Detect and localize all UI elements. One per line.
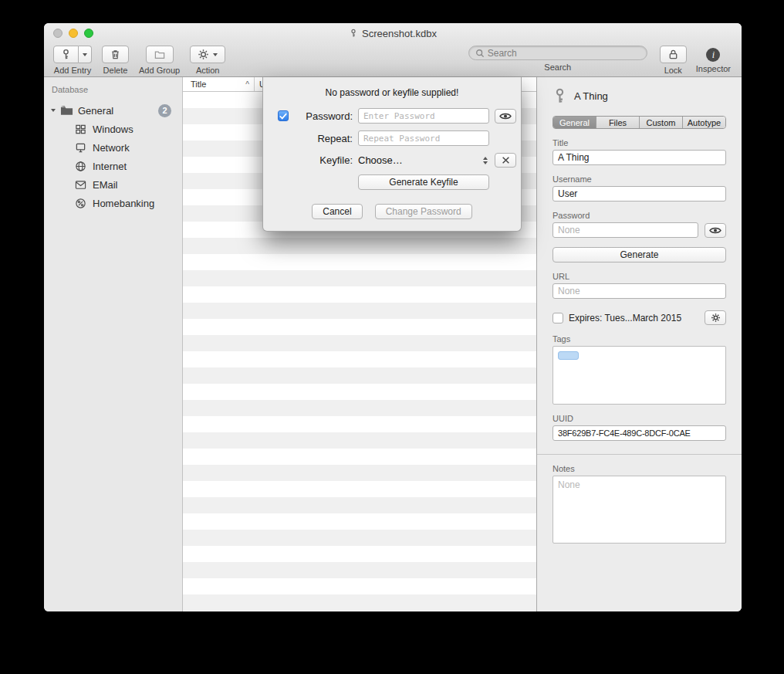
change-password-button[interactable]: Change Password xyxy=(375,204,472,219)
inspector-caption: Inspector xyxy=(696,64,731,73)
folder-add-icon xyxy=(154,49,166,60)
inspector-toggle-button[interactable]: i xyxy=(706,48,720,62)
toolbar-item-delete: Delete xyxy=(102,46,129,75)
tab-custom[interactable]: Custom xyxy=(639,117,682,128)
sidebar-item-label: Network xyxy=(93,142,130,154)
sort-ascending-icon: ^ xyxy=(245,80,249,89)
notes-label: Notes xyxy=(553,464,726,473)
sheet-message: No password or keyfile supplied! xyxy=(263,87,521,98)
inspector-header: A Thing xyxy=(553,88,726,104)
expires-label: Expires: Tues...March 2015 xyxy=(569,313,699,323)
sidebar-item-windows[interactable]: Windows xyxy=(44,120,182,138)
password-checkbox[interactable] xyxy=(278,110,289,121)
delete-button[interactable] xyxy=(102,46,129,63)
password-field[interactable] xyxy=(553,222,698,238)
tags-label: Tags xyxy=(553,334,726,344)
toolbar: Add Entry Delete xyxy=(44,43,742,77)
expires-settings-button[interactable] xyxy=(705,310,726,325)
action-label: Action xyxy=(196,66,220,75)
popup-stepper-icon xyxy=(483,157,488,164)
sidebar-item-label: Windows xyxy=(93,124,133,135)
eye-icon xyxy=(709,226,721,235)
url-field[interactable] xyxy=(553,283,726,299)
column-header-title[interactable]: Title ^ xyxy=(183,77,255,91)
sidebar-item-label: Internet xyxy=(93,161,127,172)
cancel-button[interactable]: Cancel xyxy=(312,204,362,219)
add-entry-label: Add Entry xyxy=(54,66,91,75)
add-group-button[interactable] xyxy=(146,46,174,63)
sidebar-item-network[interactable]: Network xyxy=(44,138,182,157)
add-entry-button[interactable] xyxy=(53,46,79,63)
sidebar-item-email[interactable]: EMail xyxy=(44,175,182,194)
gear-icon xyxy=(711,313,721,323)
sidebar-section-header: Database xyxy=(44,85,182,94)
document-key-icon xyxy=(349,29,358,38)
minimize-button[interactable] xyxy=(69,29,78,38)
disclosure-triangle-icon[interactable] xyxy=(51,109,56,112)
info-icon: i xyxy=(712,49,715,61)
reveal-password-button[interactable] xyxy=(705,223,726,238)
generate-password-button[interactable]: Generate xyxy=(553,247,726,262)
sidebar-group-label: General xyxy=(78,105,158,117)
tab-general[interactable]: General xyxy=(553,117,596,128)
tags-box[interactable] xyxy=(553,346,726,405)
sidebar-group-general[interactable]: General 2 xyxy=(44,101,182,120)
network-icon xyxy=(75,142,86,154)
sidebar-item-internet[interactable]: Internet xyxy=(44,157,182,175)
inspector-panel: A Thing General Files Custom Autotype Ti… xyxy=(536,77,742,611)
folder-icon xyxy=(60,105,73,116)
globe-icon xyxy=(75,161,86,172)
search-caption: Search xyxy=(544,63,571,72)
username-field[interactable] xyxy=(553,186,726,202)
sheet-keyfile-label: Keyfile: xyxy=(294,154,353,166)
inspector-divider xyxy=(537,454,742,455)
zoom-button[interactable] xyxy=(84,29,93,38)
title-field[interactable] xyxy=(553,150,726,165)
expires-checkbox[interactable] xyxy=(553,313,563,323)
notes-field[interactable] xyxy=(553,476,726,544)
uuid-label: UUID xyxy=(553,414,726,423)
key-icon xyxy=(553,88,567,104)
sidebar-group-badge: 2 xyxy=(158,104,171,117)
sheet-password-input[interactable] xyxy=(358,108,489,124)
clear-keyfile-button[interactable] xyxy=(495,153,516,168)
search-icon xyxy=(475,49,485,58)
add-entry-dropdown-button[interactable] xyxy=(79,46,92,63)
sheet-repeat-input[interactable] xyxy=(358,130,489,146)
sidebar: Database General 2 Windows xyxy=(44,77,183,611)
generate-keyfile-button[interactable]: Generate Keyfile xyxy=(358,174,489,190)
sidebar-item-homebanking[interactable]: Homebanking xyxy=(44,194,182,212)
search-field[interactable] xyxy=(468,46,647,60)
lock-button[interactable] xyxy=(660,46,687,63)
sheet-reveal-password-button[interactable] xyxy=(495,109,516,124)
search-input[interactable] xyxy=(488,48,640,59)
check-icon xyxy=(279,113,287,120)
lock-icon xyxy=(667,49,679,60)
tab-autotype[interactable]: Autotype xyxy=(682,117,725,128)
tab-label: Custom xyxy=(647,118,676,127)
close-button[interactable] xyxy=(53,29,63,38)
toolbar-item-inspector: i Inspector xyxy=(696,46,731,73)
titlebar[interactable]: Screenshot.kdbx xyxy=(44,23,742,43)
coin-icon xyxy=(75,198,86,209)
chevron-down-icon xyxy=(83,53,87,56)
window-title: Screenshot.kdbx xyxy=(362,28,437,39)
tab-files[interactable]: Files xyxy=(596,117,639,128)
app-window: Screenshot.kdbx Add xyxy=(44,23,742,611)
action-button[interactable] xyxy=(190,46,225,63)
tab-label: Files xyxy=(609,118,627,127)
keyfile-popup[interactable]: Choose… xyxy=(358,154,489,166)
eye-icon xyxy=(499,112,512,120)
gear-icon xyxy=(198,49,209,60)
title-label: Title xyxy=(553,138,726,147)
window-chrome: Screenshot.kdbx Add xyxy=(44,23,742,77)
toolbar-item-lock: Lock xyxy=(660,46,687,75)
password-label: Password xyxy=(553,211,726,220)
uuid-field[interactable] xyxy=(553,425,726,441)
tag-chip[interactable] xyxy=(558,351,579,360)
envelope-icon xyxy=(75,180,86,190)
toolbar-item-add-group: Add Group xyxy=(139,46,180,75)
sidebar-item-label: Homebanking xyxy=(93,198,154,209)
lock-caption: Lock xyxy=(664,66,682,75)
inspector-tabs: General Files Custom Autotype xyxy=(553,116,726,129)
